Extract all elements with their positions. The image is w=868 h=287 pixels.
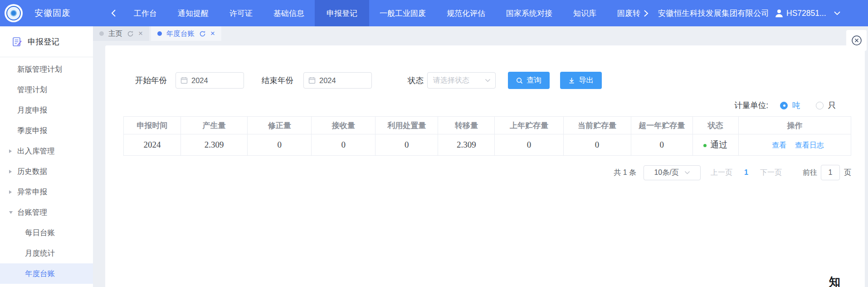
view-link[interactable]: 查看 <box>772 141 786 149</box>
col-over-year-storage: 超一年贮存量 <box>631 117 692 134</box>
unit-row: 计量单位: 吨 只 <box>123 100 851 111</box>
page-size-select[interactable]: 10条/页 <box>644 165 701 180</box>
main-nav: 工作台 通知提醒 许可证 基础信息 申报登记 一般工业固废 规范化评估 国家系统… <box>123 0 640 26</box>
sidebar-item-daily-ledger[interactable]: 每日台账 <box>0 223 93 243</box>
sidebar-item-management-plan[interactable]: 管理计划 <box>0 79 93 100</box>
tab-dot-icon <box>157 31 162 36</box>
document-edit-icon <box>12 37 22 47</box>
status-dot-icon <box>703 144 707 147</box>
user-id[interactable]: HS72851... <box>786 9 826 18</box>
tab-dot-icon <box>99 31 104 36</box>
goto-unit-label: 页 <box>844 168 851 178</box>
sidebar-item-new-management-plan[interactable]: 新版管理计划 <box>0 59 93 79</box>
nav-item-declaration[interactable]: 申报登记 <box>315 0 369 26</box>
sidebar-item-abnormal-declaration[interactable]: 异常申报 <box>0 182 93 202</box>
calendar-icon <box>180 77 188 84</box>
end-year-value[interactable] <box>319 76 365 85</box>
table-header-row: 申报时间 产生量 修正量 接收量 利用处置量 转移量 上年贮存量 当前贮存量 超… <box>124 117 851 134</box>
nav-item-waste-transfer[interactable]: 固废转 <box>607 0 640 26</box>
col-corrected: 修正量 <box>248 117 312 134</box>
total-count: 共 1 条 <box>614 168 636 178</box>
chevron-down-icon <box>684 171 690 174</box>
search-icon <box>516 77 523 84</box>
sidebar-menu: 新版管理计划 管理计划 月度申报 季度申报 出入库管理 历史数据 异常申报 台账… <box>0 57 93 284</box>
tab-home[interactable]: 主页 × <box>93 26 149 41</box>
nav-item-workbench[interactable]: 工作台 <box>123 0 167 26</box>
cell-generated: 2.309 <box>181 134 248 156</box>
sidebar-item-annual-ledger[interactable]: 年度台账 <box>0 263 93 284</box>
page-number-1[interactable]: 1 <box>744 168 748 177</box>
nav-item-license[interactable]: 许可证 <box>219 0 263 26</box>
nav-item-general-industrial-waste[interactable]: 一般工业固废 <box>369 0 436 26</box>
refresh-icon[interactable] <box>127 30 134 37</box>
sidebar-header: 申报登记 <box>0 26 93 57</box>
nav-item-notifications[interactable]: 通知提醒 <box>167 0 219 26</box>
status-select[interactable]: 请选择状态 <box>427 72 496 89</box>
nav-item-knowledge-base[interactable]: 知识库 <box>563 0 607 26</box>
company-name: 安徽恒生科技发展集团有限公司 <box>658 8 769 19</box>
cell-received: 0 <box>312 134 375 156</box>
query-button[interactable]: 查询 <box>508 72 550 89</box>
status-label: 状态 <box>408 75 424 86</box>
app-logo-icon <box>5 4 23 22</box>
unit-radio-pcs[interactable]: 只 <box>816 100 836 111</box>
nav-item-standard-evaluation[interactable]: 规范化评估 <box>436 0 496 26</box>
next-page-button[interactable]: 下一页 <box>760 168 782 178</box>
partial-floating-widget-glyph[interactable]: 知 <box>829 274 840 287</box>
unit-label: 计量单位: <box>734 100 768 111</box>
circled-close-icon <box>851 35 863 46</box>
calendar-icon <box>308 77 316 84</box>
status-badge: 通过 <box>710 140 727 149</box>
nav-item-national-system[interactable]: 国家系统对接 <box>496 0 563 26</box>
col-transferred: 转移量 <box>438 117 495 134</box>
cell-transferred: 2.309 <box>438 134 495 156</box>
goto-page-input[interactable] <box>821 165 840 180</box>
pagination: 共 1 条 10条/页 上一页 1 下一页 前往 页 <box>123 165 851 180</box>
sidebar-item-quarterly-declaration[interactable]: 季度申报 <box>0 120 93 141</box>
start-year-value[interactable] <box>191 76 237 85</box>
filter-form: 开始年份 结束年份 状态 请选择状态 <box>123 45 851 89</box>
close-all-tabs-button[interactable] <box>846 30 867 51</box>
account-dropdown-icon[interactable] <box>834 11 841 15</box>
col-generated: 产生量 <box>181 117 248 134</box>
app-title: 安徽固废 <box>34 7 71 19</box>
chevron-right-icon <box>9 170 12 173</box>
sidebar-item-history-data[interactable]: 历史数据 <box>0 161 93 182</box>
annual-ledger-table: 申报时间 产生量 修正量 接收量 利用处置量 转移量 上年贮存量 当前贮存量 超… <box>123 116 851 156</box>
download-icon <box>568 77 575 84</box>
top-navbar: 安徽固废 工作台 通知提醒 许可证 基础信息 申报登记 一般工业固废 规范化评估… <box>0 0 868 26</box>
unit-radio-ton[interactable]: 吨 <box>780 100 800 111</box>
view-log-link[interactable]: 查看日志 <box>795 141 824 149</box>
sidebar-item-inout-warehouse[interactable]: 出入库管理 <box>0 141 93 161</box>
sidebar-item-monthly-statistics[interactable]: 月度统计 <box>0 243 93 263</box>
tab-annual-ledger[interactable]: 年度台账 × <box>151 26 221 41</box>
col-current-storage: 当前贮存量 <box>563 117 631 134</box>
refresh-icon[interactable] <box>199 30 206 37</box>
close-icon[interactable]: × <box>210 29 215 38</box>
cell-declare-time: 2024 <box>124 134 181 156</box>
cell-prev-storage: 0 <box>495 134 563 156</box>
tab-bar: 主页 × 年度台账 × <box>93 26 868 41</box>
chevron-right-icon <box>9 190 12 194</box>
navbar-account-area: 安徽恒生科技发展集团有限公司 HS72851... <box>658 8 848 19</box>
sidebar-item-monthly-declaration[interactable]: 月度申报 <box>0 100 93 120</box>
cell-over-year-storage: 0 <box>631 134 692 156</box>
start-year-input[interactable] <box>176 72 244 89</box>
prev-page-button[interactable]: 上一页 <box>711 168 732 178</box>
table-row: 2024 2.309 0 0 0 2.309 0 0 0 通过 查看 查看日志 <box>124 134 851 156</box>
nav-scroll-right-icon[interactable] <box>643 10 649 17</box>
nav-item-basic-info[interactable]: 基础信息 <box>263 0 315 26</box>
cell-current-storage: 0 <box>563 134 631 156</box>
goto-label: 前往 <box>803 168 817 178</box>
col-received: 接收量 <box>312 117 375 134</box>
export-button[interactable]: 导出 <box>560 72 602 89</box>
start-year-label: 开始年份 <box>135 75 167 86</box>
nav-scroll-left-icon[interactable] <box>111 9 117 17</box>
sidebar-item-ledger-management[interactable]: 台账管理 <box>0 202 93 223</box>
close-icon[interactable]: × <box>138 29 143 38</box>
cell-utilized: 0 <box>375 134 438 156</box>
end-year-input[interactable] <box>303 72 372 89</box>
cell-corrected: 0 <box>248 134 312 156</box>
col-utilized: 利用处置量 <box>375 117 438 134</box>
radio-unselected-icon <box>816 102 824 109</box>
